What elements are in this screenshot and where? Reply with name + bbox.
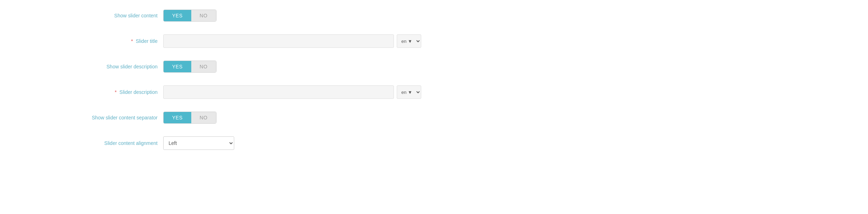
slider-description-required-mark: * <box>115 89 116 95</box>
show-slider-description-label: Show slider description <box>14 64 163 69</box>
show-slider-description-toggle: YES NO <box>163 61 216 73</box>
show-slider-content-yes[interactable]: YES <box>164 10 191 21</box>
show-slider-content-separator-toggle: YES NO <box>163 112 216 124</box>
show-slider-description-yes[interactable]: YES <box>164 61 191 72</box>
show-slider-description-row: Show slider description YES NO <box>14 58 447 75</box>
show-slider-content-row: Show slider content YES NO <box>14 7 447 24</box>
show-slider-content-separator-no[interactable]: NO <box>191 112 216 123</box>
slider-title-row: * Slider title en ▼ <box>14 33 447 50</box>
show-slider-content-separator-yes[interactable]: YES <box>164 112 191 123</box>
show-slider-content-separator-row: Show slider content separator YES NO <box>14 109 447 126</box>
show-slider-description-no[interactable]: NO <box>191 61 216 72</box>
slider-content-alignment-row: Slider content alignment Left Center Rig… <box>14 135 447 152</box>
slider-title-lang-select[interactable]: en ▼ <box>397 34 421 48</box>
show-slider-content-toggle: YES NO <box>163 10 216 22</box>
slider-content-alignment-label: Slider content alignment <box>14 140 163 146</box>
slider-title-required-mark: * <box>131 38 133 44</box>
slider-title-label: * Slider title <box>14 38 163 44</box>
slider-description-label: * Slider description <box>14 89 163 95</box>
show-slider-content-label: Show slider content <box>14 13 163 18</box>
slider-title-input-group: en ▼ <box>163 34 421 48</box>
slider-description-input-group: en ▼ <box>163 85 421 99</box>
slider-title-input[interactable] <box>163 34 394 48</box>
show-slider-content-no[interactable]: NO <box>191 10 216 21</box>
show-slider-content-separator-label: Show slider content separator <box>14 115 163 120</box>
form-container: Show slider content YES NO * Slider titl… <box>0 0 461 167</box>
slider-content-alignment-select[interactable]: Left Center Right <box>163 136 234 150</box>
slider-description-lang-select[interactable]: en ▼ <box>397 85 421 99</box>
slider-description-input[interactable] <box>163 85 394 99</box>
slider-description-row: * Slider description en ▼ <box>14 84 447 101</box>
